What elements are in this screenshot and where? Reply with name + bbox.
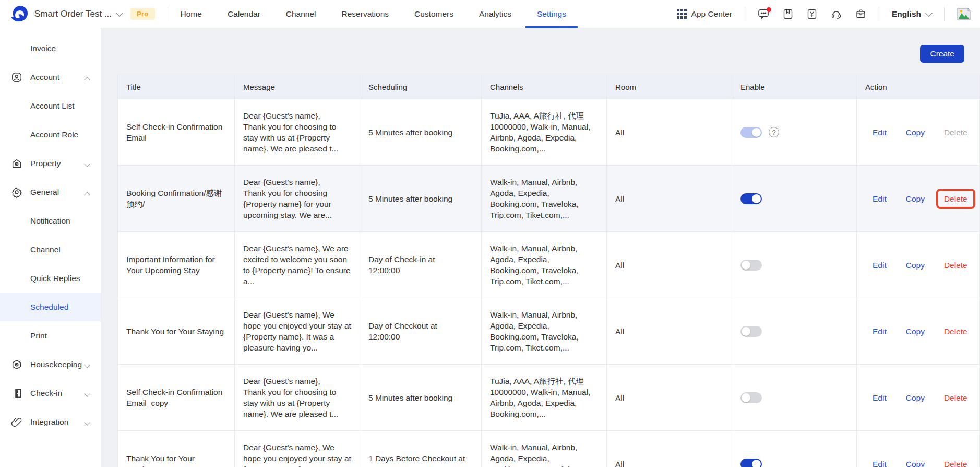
delete-link[interactable]: Delete [944,460,967,467]
column-header-enable: Enable [732,75,857,99]
enable-toggle[interactable] [740,459,762,467]
sidebar-item-channel[interactable]: Channel [0,235,101,264]
cell-scheduling: 5 Minutes after booking [360,365,482,430]
sidebar-item-account-role[interactable]: Account Role [0,120,101,149]
delete-link[interactable]: Delete [944,128,967,137]
nav-item-customers[interactable]: Customers [414,0,453,28]
chevron-down-icon [85,389,89,398]
manual-icon[interactable] [783,9,793,19]
sidebar: Invoice Account Account List Account Rol… [0,28,101,467]
column-header-message: Message [235,75,360,99]
cell-room: All [607,166,732,231]
cell-actions: Edit Copy Delete [857,166,979,231]
cell-actions: Edit Copy Delete [857,99,979,165]
cell-title: Self Check-in Confirmation Email [118,99,235,165]
edit-link[interactable]: Edit [873,392,887,403]
sidebar-item-account[interactable]: Account [0,63,101,91]
cell-scheduling: 5 Minutes after booking [360,99,482,165]
general-icon [11,186,22,198]
edit-link[interactable]: Edit [873,326,887,337]
cell-title: Important Information for Your Upcoming … [118,232,235,298]
column-header-title: Title [118,75,235,99]
copy-link[interactable]: Copy [906,392,925,403]
sidebar-item-label: General [30,188,59,197]
edit-link[interactable]: Edit [873,459,887,467]
enable-toggle[interactable] [740,127,762,138]
language-label: English [892,9,921,19]
delete-link[interactable]: Delete [944,393,967,402]
cell-room: All [607,431,732,467]
nav-item-channel[interactable]: Channel [286,0,316,28]
highlight-box: Delete [936,189,975,209]
sidebar-item-integration[interactable]: Integration [0,407,101,436]
cell-actions: Edit Copy Delete [857,365,979,430]
chevron-down-icon [925,9,933,16]
sidebar-item-print[interactable]: Print [0,321,101,350]
support-icon[interactable] [831,9,842,19]
copy-link[interactable]: Copy [906,193,925,204]
copy-link[interactable]: Copy [906,326,925,337]
table-row: Thank You for Your Staying Dear {Guest's… [118,298,979,364]
cell-channels: Walk-in, Manual, Airbnb, Agoda, Expedia,… [482,232,607,298]
sidebar-item-invoice[interactable]: Invoice [0,34,101,63]
nav-item-home[interactable]: Home [181,0,202,28]
column-header-room: Room [607,75,732,99]
edit-link[interactable]: Edit [873,193,887,204]
edit-link[interactable]: Edit [873,127,887,138]
sidebar-item-notification[interactable]: Notification [0,206,101,235]
cell-scheduling: 1 Days Before Checkout at 23:00:00 [360,431,482,467]
cell-channels: Walk-in, Manual, Airbnb, Agoda, Expedia,… [482,298,607,364]
nav-item-analytics[interactable]: Analytics [479,0,511,28]
enable-toggle[interactable] [740,193,762,204]
cell-room: All [607,232,732,298]
sidebar-item-quick-replies[interactable]: Quick Replies [0,264,101,293]
delete-link[interactable]: Delete [944,327,967,336]
chevron-up-icon [85,188,89,197]
cell-room: All [607,99,732,165]
property-switcher[interactable]: Smart Order Test ... [34,9,112,19]
language-selector[interactable]: English [892,9,931,19]
copy-link[interactable]: Copy [906,260,925,271]
nav-item-reservations[interactable]: Reservations [342,0,389,28]
delete-link[interactable]: Delete [944,261,967,270]
sidebar-item-label: Print [30,331,47,341]
sidebar-item-general[interactable]: General [0,178,101,206]
chevron-up-icon [85,73,89,82]
nav-item-calendar[interactable]: Calendar [228,0,260,28]
cell-enable [732,431,857,467]
sidebar-item-property[interactable]: Property [0,149,101,178]
app-center-button[interactable]: App Center [677,9,732,19]
sidebar-item-scheduled[interactable]: Scheduled [0,293,101,321]
wallet-icon[interactable] [855,9,866,19]
help-question-icon[interactable]: ? [769,127,779,137]
enable-toggle[interactable] [740,326,762,337]
copy-link[interactable]: Copy [906,127,925,138]
column-header-action: Action [857,75,979,99]
copy-link[interactable]: Copy [906,459,925,467]
sidebar-item-label: Housekeeping [30,360,82,369]
cell-channels: Walk-in, Manual, Airbnb, Agoda, Expedia,… [482,431,607,467]
toolbar-icons [758,9,866,19]
nav-item-settings[interactable]: Settings [537,0,566,28]
divider [168,7,168,21]
sidebar-item-label: Property [30,159,61,168]
create-button[interactable]: Create [920,45,964,63]
notification-dot [767,7,771,12]
scheduled-messages-table: TitleMessageSchedulingChannelsRoomEnable… [117,75,980,467]
brand-logo-icon [8,4,30,25]
sidebar-item-account-list[interactable]: Account List [0,91,101,120]
chevron-down-icon [85,417,89,427]
enable-toggle[interactable] [740,260,762,271]
cell-scheduling: Day of Checkout at 12:00:00 [360,298,482,364]
messages-icon[interactable] [758,9,769,19]
sidebar-item-housekeeping[interactable]: Housekeeping [0,350,101,379]
delete-link[interactable]: Delete [944,194,967,203]
chevron-down-icon[interactable] [116,9,123,16]
sidebar-item-check-in[interactable]: Check-in [0,379,101,407]
edit-link[interactable]: Edit [873,260,887,271]
divider [879,7,879,21]
avatar-broken-image-icon[interactable] [957,8,971,20]
billing-icon[interactable] [807,9,817,19]
sidebar-item-label: Integration [30,417,68,427]
enable-toggle[interactable] [740,392,762,403]
